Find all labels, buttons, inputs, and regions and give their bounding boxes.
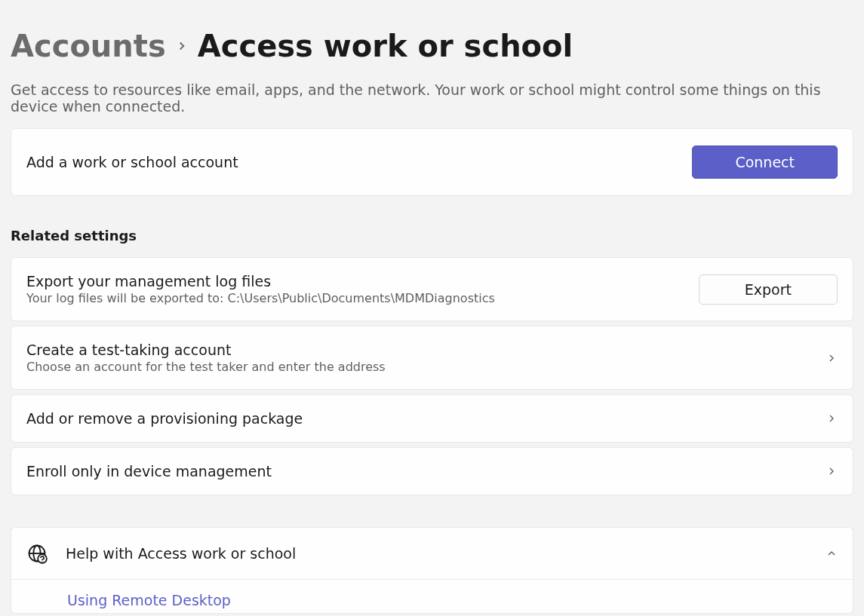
breadcrumb: Accounts Access work or school xyxy=(11,0,853,81)
add-account-label: Add a work or school account xyxy=(26,154,238,170)
export-logs-title: Export your management log files xyxy=(26,273,495,290)
page-description: Get access to resources like email, apps… xyxy=(11,81,853,115)
export-logs-card: Export your management log files Your lo… xyxy=(11,257,853,321)
help-link-remote-desktop[interactable]: Using Remote Desktop xyxy=(67,592,231,608)
help-title: Help with Access work or school xyxy=(66,545,296,562)
chevron-right-icon xyxy=(826,465,838,477)
help-card-body: Using Remote Desktop xyxy=(11,580,853,614)
chevron-right-icon xyxy=(175,39,189,53)
connect-button[interactable]: Connect xyxy=(692,146,838,179)
export-logs-subtitle: Your log files will be exported to: C:\U… xyxy=(26,291,495,305)
help-card-header[interactable]: Help with Access work or school xyxy=(11,527,853,580)
test-account-subtitle: Choose an account for the test taker and… xyxy=(26,360,386,374)
page-title: Access work or school xyxy=(198,29,573,63)
chevron-up-icon xyxy=(826,547,838,559)
enroll-title: Enroll only in device management xyxy=(26,463,272,480)
svg-point-4 xyxy=(42,562,42,562)
chevron-right-icon xyxy=(826,352,838,364)
provisioning-title: Add or remove a provisioning package xyxy=(26,410,303,427)
test-account-title: Create a test-taking account xyxy=(26,342,386,358)
enroll-card[interactable]: Enroll only in device management xyxy=(11,447,853,495)
chevron-right-icon xyxy=(826,412,838,424)
export-button[interactable]: Export xyxy=(699,274,838,305)
test-account-card[interactable]: Create a test-taking account Choose an a… xyxy=(11,326,853,390)
breadcrumb-parent[interactable]: Accounts xyxy=(11,29,166,63)
related-settings-heading: Related settings xyxy=(11,228,853,244)
provisioning-card[interactable]: Add or remove a provisioning package xyxy=(11,394,853,443)
add-account-card: Add a work or school account Connect xyxy=(11,128,853,196)
globe-help-icon xyxy=(26,543,48,564)
